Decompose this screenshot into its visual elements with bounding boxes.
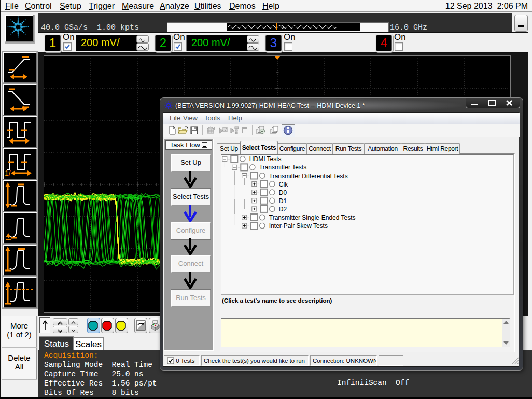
svg-text:1/: 1/ <box>5 169 11 177</box>
svg-text:Transmitter Differential Tests: Transmitter Differential Tests <box>269 173 348 180</box>
svg-text:Clk: Clk <box>279 181 288 188</box>
svg-text:D2: D2 <box>279 206 287 213</box>
svg-text:Transmitter Single-Ended Tests: Transmitter Single-Ended Tests <box>269 214 356 221</box>
svg-text:D0: D0 <box>279 189 287 196</box>
svg-text:Inter-Pair Skew Tests: Inter-Pair Skew Tests <box>269 222 328 230</box>
svg-text:Transmitter Tests: Transmitter Tests <box>259 164 306 171</box>
svg-text:D1: D1 <box>279 197 287 205</box>
svg-text:HDMI Tests: HDMI Tests <box>249 155 282 163</box>
